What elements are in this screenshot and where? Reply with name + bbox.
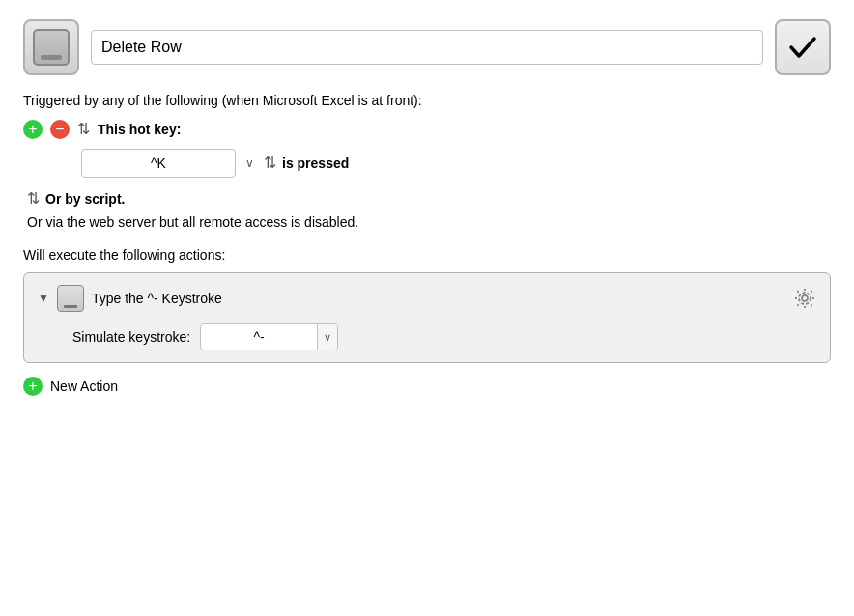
remove-trigger-button[interactable]: − bbox=[50, 120, 70, 139]
new-action-label: New Action bbox=[50, 378, 118, 394]
script-label: Or by script. bbox=[45, 191, 125, 207]
macro-name-input[interactable] bbox=[91, 30, 763, 65]
sort-trigger-arrows[interactable]: ⇅ bbox=[77, 122, 90, 137]
action-settings-gear-icon[interactable] bbox=[793, 287, 816, 310]
action-keyboard-icon bbox=[57, 285, 84, 312]
simulate-keystroke-dropdown[interactable]: ∨ bbox=[317, 324, 337, 350]
svg-point-1 bbox=[799, 293, 811, 304]
new-action-row: + New Action bbox=[23, 377, 831, 396]
add-trigger-button[interactable]: + bbox=[23, 120, 43, 139]
hotkey-dropdown-arrow[interactable]: ∨ bbox=[245, 156, 254, 170]
webserver-note: Or via the web server but all remote acc… bbox=[27, 214, 831, 230]
is-pressed-label: is pressed bbox=[282, 155, 349, 171]
script-sort-arrows[interactable]: ⇅ bbox=[27, 191, 40, 207]
checkmark-icon bbox=[785, 30, 820, 65]
is-pressed-row: ⇅ is pressed bbox=[264, 155, 349, 171]
hotkey-input[interactable] bbox=[81, 149, 236, 178]
action-box: ▼ Type the ^- Keystroke Simulate keystro… bbox=[23, 272, 831, 363]
action-header: ▼ Type the ^- Keystroke bbox=[38, 285, 816, 312]
enabled-checkmark-button[interactable] bbox=[775, 19, 831, 75]
action-title: Type the ^- Keystroke bbox=[92, 291, 785, 306]
execute-label: Will execute the following actions: bbox=[23, 247, 831, 263]
macro-icon bbox=[23, 19, 79, 75]
header-row bbox=[23, 19, 831, 75]
hotkey-input-row: ∨ ⇅ is pressed bbox=[81, 149, 831, 178]
svg-point-0 bbox=[802, 295, 808, 301]
keyboard-key-icon bbox=[33, 29, 70, 66]
hotkey-label-row: + − ⇅ This hot key: bbox=[23, 120, 831, 139]
hotkey-type-label: This hot key: bbox=[98, 122, 181, 137]
simulate-keystroke-label: Simulate keystroke: bbox=[72, 329, 190, 345]
action-body: Simulate keystroke: ∨ bbox=[72, 323, 816, 350]
action-collapse-toggle[interactable]: ▼ bbox=[38, 292, 49, 305]
is-pressed-sort-arrows[interactable]: ⇅ bbox=[264, 155, 276, 171]
simulate-keystroke-input[interactable] bbox=[201, 329, 317, 345]
trigger-description: Triggered by any of the following (when … bbox=[23, 93, 831, 108]
script-row: ⇅ Or by script. bbox=[27, 191, 831, 207]
new-action-add-button[interactable]: + bbox=[23, 377, 43, 396]
simulate-input-wrap: ∨ bbox=[200, 323, 338, 350]
